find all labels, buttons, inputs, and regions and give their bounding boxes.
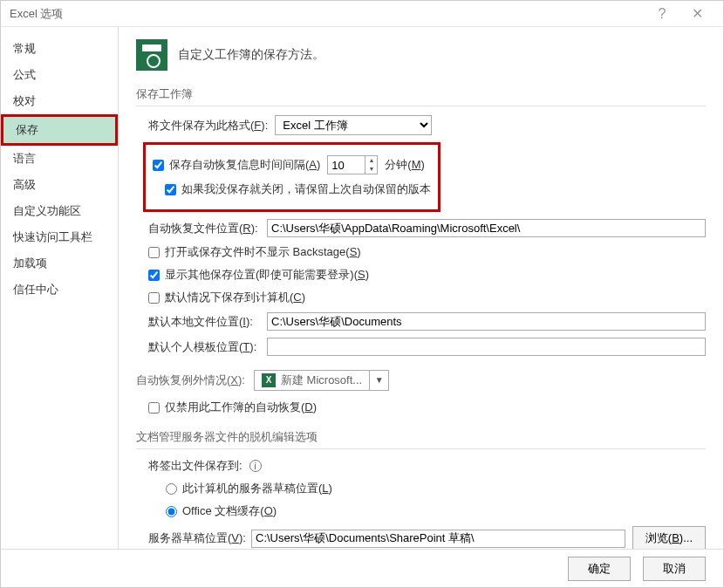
help-button[interactable]: ? (645, 6, 680, 22)
nav-general[interactable]: 常规 (1, 36, 118, 62)
radio-office-cache[interactable]: Office 文档缓存(O) (166, 503, 277, 519)
nav-language[interactable]: 语言 (1, 146, 118, 172)
category-nav: 常规 公式 校对 保存 语言 高级 自定义功能区 快速访问工具栏 加载项 信任中… (1, 27, 119, 549)
checkout-label: 将签出文件保存到: (148, 458, 242, 474)
spinner-up[interactable]: ▲ (365, 156, 377, 165)
section-autorec-exceptions: 自动恢复例外情况(X): (136, 373, 245, 388)
section-save-workbooks: 保存工作簿 (136, 86, 706, 106)
autorec-path-label: 自动恢复文件位置(R): (148, 221, 260, 236)
window-title: Excel 选项 (10, 6, 63, 22)
dialog-footer: 确定 取消 (1, 549, 723, 587)
spinner-down[interactable]: ▼ (365, 165, 377, 174)
nav-advanced[interactable]: 高级 (1, 172, 118, 198)
cb-show-other-locations-input[interactable] (148, 270, 160, 281)
browse-button[interactable]: 浏览(B)... (632, 526, 706, 549)
interval-unit: 分钟(M) (385, 157, 425, 173)
close-button[interactable]: ✕ (680, 5, 714, 22)
save-icon (136, 39, 167, 71)
page-heading: 自定义工作簿的保存方法。 (178, 47, 324, 63)
cb-no-backstage-input[interactable] (148, 247, 160, 258)
info-icon[interactable]: i (249, 460, 262, 472)
section-offline-editing: 文档管理服务器文件的脱机编辑选项 (136, 429, 706, 449)
template-path-input[interactable] (267, 338, 706, 356)
nav-save[interactable]: 保存 (3, 117, 115, 143)
cb-no-backstage[interactable]: 打开或保存文件时不显示 Backstage(S) (148, 244, 361, 260)
radio-office-cache-input[interactable] (166, 506, 177, 517)
template-path-label: 默认个人模板位置(T): (148, 339, 260, 355)
cb-save-to-computer-input[interactable] (148, 292, 160, 304)
autorec-path-input[interactable] (267, 219, 706, 237)
excel-mini-icon: X (262, 373, 276, 387)
nav-formulas[interactable]: 公式 (1, 62, 118, 88)
content-pane: 自定义工作簿的保存方法。 保存工作簿 将文件保存为此格式(F): Excel 工… (119, 27, 723, 549)
excel-options-dialog: Excel 选项 ? ✕ 常规 公式 校对 保存 语言 高级 自定义功能区 快速… (0, 0, 724, 588)
nav-addins[interactable]: 加载项 (1, 250, 118, 277)
cb-keep-last-version[interactable]: 如果我没保存就关闭，请保留上次自动保留的版本 (165, 181, 431, 197)
nav-trust-center[interactable]: 信任中心 (1, 277, 118, 303)
autorec-highlight: 保存自动恢复信息时间间隔(A) ▲▼ 分钟(M) 如果我没保存就关闭，请保留上次… (143, 142, 441, 212)
cb-disable-autorecover-input[interactable] (148, 402, 160, 414)
radio-server-drafts-input[interactable] (166, 483, 177, 495)
draft-path-label: 服务器草稿位置(V): (148, 530, 244, 546)
cb-show-other-locations[interactable]: 显示其他保存位置(即使可能需要登录)(S) (148, 267, 369, 283)
cb-disable-autorecover[interactable]: 仅禁用此工作簿的自动恢复(D) (148, 400, 317, 415)
draft-path-input[interactable] (251, 530, 625, 548)
nav-qat[interactable]: 快速访问工具栏 (1, 224, 118, 250)
cb-autorecover-interval-input[interactable] (153, 160, 164, 171)
interval-value[interactable] (328, 156, 365, 174)
save-format-label: 将文件保存为此格式(F): (148, 118, 268, 133)
interval-spinner[interactable]: ▲▼ (327, 155, 378, 174)
radio-server-drafts[interactable]: 此计算机的服务器草稿位置(L) (166, 481, 332, 496)
chevron-down-icon: ▼ (369, 371, 388, 390)
titlebar: Excel 选项 ? ✕ (1, 1, 723, 27)
ok-button[interactable]: 确定 (568, 557, 631, 581)
nav-highlight: 保存 (1, 114, 118, 146)
local-path-input[interactable] (267, 312, 706, 331)
nav-customize-ribbon[interactable]: 自定义功能区 (1, 198, 118, 224)
nav-proofing[interactable]: 校对 (1, 88, 118, 114)
workbook-dropdown[interactable]: X新建 Microsoft... ▼ (254, 370, 389, 391)
local-path-label: 默认本地文件位置(I): (148, 314, 260, 330)
cb-keep-last-version-input[interactable] (165, 184, 176, 195)
cb-autorecover-interval[interactable]: 保存自动恢复信息时间间隔(A) (153, 157, 320, 173)
cancel-button[interactable]: 取消 (643, 557, 706, 581)
save-format-select[interactable]: Excel 工作簿 (275, 115, 432, 135)
cb-save-to-computer[interactable]: 默认情况下保存到计算机(C) (148, 290, 305, 305)
